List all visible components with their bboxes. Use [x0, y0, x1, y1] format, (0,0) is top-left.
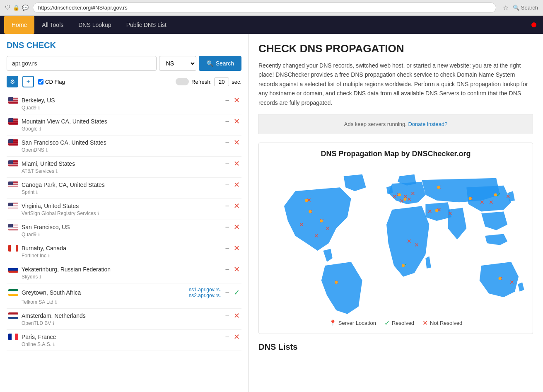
country-flag [8, 224, 18, 230]
lock-icon: 🔒 [13, 5, 19, 11]
not-resolved-x: ✕ [234, 118, 240, 125]
dns-row-actions: − ✕ [225, 244, 240, 252]
nav-item-dns-lookup[interactable]: DNS Lookup [71, 16, 118, 34]
nav-item-home[interactable]: Home [4, 16, 34, 34]
minus-button[interactable]: − [225, 244, 229, 252]
svg-point-34 [469, 197, 472, 200]
svg-text:✕: ✕ [506, 193, 511, 200]
provider-name: Online S.A.S. [22, 341, 51, 347]
nav-item-all-tools[interactable]: All Tools [34, 16, 71, 34]
dns-row-top: Virginia, United States − ✕ [8, 202, 240, 210]
svg-text:✕: ✕ [414, 242, 419, 248]
refresh-toggle[interactable] [176, 78, 189, 85]
donate-link[interactable]: Donate instead? [408, 121, 447, 127]
dns-row-bottom: Skydns ℹ [8, 274, 240, 280]
not-resolved-label: Not Resolved [430, 320, 462, 326]
main-content: DNS CHECK NS A AAAA MX CNAME TXT SOA 🔍 S… [0, 34, 543, 392]
browser-bar: 🛡 🔒 💬 https://dnschecker.org/#NS/apr.gov… [0, 0, 543, 16]
info-icon[interactable]: ℹ [53, 321, 54, 326]
minus-button[interactable]: − [225, 312, 229, 319]
dns-row-actions: − ✕ [225, 139, 240, 146]
minus-button[interactable]: − [225, 202, 229, 210]
dns-row-bottom: Online S.A.S. ℹ [8, 341, 240, 347]
svg-text:✓: ✓ [496, 191, 501, 198]
info-icon[interactable]: ℹ [38, 105, 40, 111]
svg-point-32 [437, 186, 440, 189]
map-title: DNS Propagation Map by DNSChecker.org [265, 150, 526, 158]
info-icon[interactable]: ℹ [48, 253, 50, 259]
search-bar: NS A AAAA MX CNAME TXT SOA 🔍 Search [7, 56, 241, 71]
dns-row-bottom: AT&T Services ℹ [8, 168, 240, 174]
location-name: Berkeley, US [22, 97, 55, 104]
resolved-check: ✓ [234, 288, 240, 297]
minus-button[interactable]: − [225, 181, 229, 189]
minus-button[interactable]: − [225, 160, 229, 167]
svg-point-36 [402, 264, 405, 267]
record-type-select[interactable]: NS A AAAA MX CNAME TXT SOA [159, 56, 196, 71]
country-flag [8, 160, 18, 167]
country-flag [8, 245, 18, 252]
dns-row: Miami, United States − ✕ AT&T Services ℹ [7, 157, 241, 178]
page-title: CHECK DNS PROPAGATION [258, 42, 533, 55]
map-legend: 📍 Server Location ✓ Resolved ✕ Not Resol… [265, 319, 526, 327]
domain-input[interactable] [7, 56, 157, 71]
location-name: Amsterdam, Netherlands [22, 312, 86, 319]
dns-row-top: Greytown, South Africa ns1.apr.gov.rs.ns… [8, 287, 240, 298]
info-icon[interactable]: ℹ [53, 342, 55, 347]
minus-button[interactable]: − [225, 289, 229, 296]
cd-flag-checkbox[interactable] [38, 79, 43, 85]
nav-item-public-dns[interactable]: Public DNS List [119, 16, 174, 34]
info-icon[interactable]: ℹ [46, 148, 48, 153]
dns-row-top: Canoga Park, CA, United States − ✕ [8, 181, 240, 189]
minus-button[interactable]: − [225, 333, 229, 341]
dns-row: Amsterdam, Netherlands − ✕ OpenTLD BV ℹ [7, 309, 241, 330]
minus-button[interactable]: − [225, 139, 229, 146]
dns-row-top: San Francisco, US − ✕ [8, 223, 240, 231]
info-icon[interactable]: ℹ [55, 300, 57, 305]
minus-button[interactable]: − [225, 223, 229, 231]
server-location-label: Server Location [338, 320, 376, 326]
provider-name: OpenTLD BV [22, 320, 51, 326]
bookmark-star-icon[interactable]: ☆ [503, 4, 509, 12]
location-name: Mountain View CA, United States [22, 118, 107, 125]
info-icon[interactable]: ℹ [56, 169, 58, 174]
cd-flag-label: CD Flag [45, 79, 65, 85]
info-icon[interactable]: ℹ [39, 274, 41, 280]
refresh-interval-input[interactable] [214, 77, 229, 86]
shield-icon: 🛡 [5, 5, 10, 11]
dns-row-top: Paris, France − ✕ [8, 333, 240, 341]
info-icon[interactable]: ℹ [38, 232, 40, 237]
dns-row-actions: − ✕ [225, 202, 240, 210]
dns-row-top: San Francisco CA, United States − ✕ [8, 139, 240, 146]
info-icon[interactable]: ℹ [36, 190, 38, 195]
settings-icon[interactable]: ⚙ [7, 76, 18, 87]
search-button[interactable]: 🔍 Search [199, 56, 241, 71]
not-resolved-x-icon: ✕ [422, 319, 428, 327]
minus-button[interactable]: − [225, 97, 229, 104]
svg-text:✕: ✕ [314, 232, 319, 239]
dns-row: San Francisco, US − ✕ Quad9 ℹ [7, 220, 241, 241]
location-name: San Francisco, US [22, 224, 70, 230]
location-name: Canoga Park, CA, United States [22, 181, 105, 188]
description-text: Recently changed your DNS records, switc… [258, 61, 533, 107]
provider-name: Quad9 [22, 232, 36, 237]
svg-point-38 [499, 277, 502, 280]
minus-button[interactable]: − [225, 118, 229, 125]
svg-text:✕: ✕ [448, 210, 453, 217]
ns-value: ns1.apr.gov.rs. [189, 287, 221, 293]
info-icon[interactable]: ℹ [39, 126, 41, 132]
svg-point-30 [398, 194, 401, 196]
address-bar[interactable]: https://dnschecker.org/#NS/apr.gov.rs [33, 2, 496, 13]
minus-button[interactable]: − [225, 266, 229, 273]
country-flag [8, 289, 18, 296]
dns-row-bottom: Quad9 ℹ [8, 232, 240, 237]
dns-row-bottom: Quad9 ℹ [8, 105, 240, 111]
info-icon[interactable]: ℹ [97, 211, 99, 216]
provider-name: AT&T Services [22, 168, 54, 174]
country-flag [8, 97, 18, 104]
browser-search-area: 🔍 Search [513, 5, 538, 11]
provider-name: OpenDNS [22, 147, 44, 153]
cd-flag-checkbox-label[interactable]: CD Flag [38, 79, 65, 85]
dns-row-actions: − ✕ [225, 312, 240, 319]
add-server-button[interactable]: + [22, 76, 34, 87]
